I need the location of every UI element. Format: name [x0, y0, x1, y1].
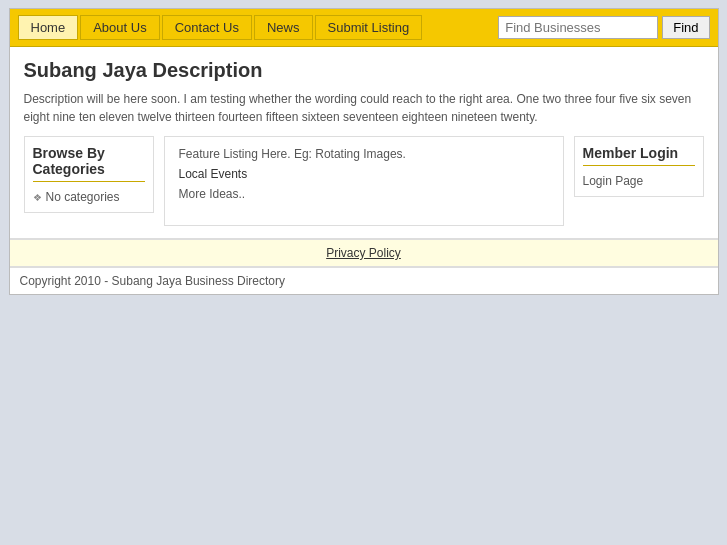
login-link[interactable]: Login Page [583, 174, 695, 188]
search-button[interactable]: Find [662, 16, 709, 39]
member-title: Member Login [583, 145, 695, 166]
nav-contact[interactable]: Contact Us [162, 15, 252, 40]
copyright-bar: Copyright 2010 - Subang Jaya Business Di… [10, 267, 718, 294]
feature-item-0: Feature Listing Here. Eg: Rotating Image… [179, 147, 549, 161]
navbar: Home About Us Contact Us News Submit Lis… [10, 9, 718, 47]
nav-submit[interactable]: Submit Listing [315, 15, 423, 40]
no-categories: No categories [33, 190, 145, 204]
nav-news[interactable]: News [254, 15, 313, 40]
browse-title: Browse By Categories [33, 145, 145, 182]
privacy-bar: Privacy Policy [10, 239, 718, 267]
search-input[interactable] [498, 16, 658, 39]
member-col: Member Login Login Page [574, 136, 704, 197]
privacy-policy-link[interactable]: Privacy Policy [326, 246, 401, 260]
feature-item-2: More Ideas.. [179, 187, 549, 201]
nav-home[interactable]: Home [18, 15, 79, 40]
browse-col: Browse By Categories No categories [24, 136, 154, 213]
nav-about[interactable]: About Us [80, 15, 159, 40]
three-col: Browse By Categories No categories Featu… [24, 136, 704, 226]
page-wrapper: Home About Us Contact Us News Submit Lis… [9, 8, 719, 295]
search-area: Find [498, 16, 709, 39]
feature-col: Feature Listing Here. Eg: Rotating Image… [164, 136, 564, 226]
site-title: Subang Jaya Description [24, 59, 704, 82]
content-area: Subang Jaya Description Description will… [10, 47, 718, 239]
feature-item-1[interactable]: Local Events [179, 167, 549, 181]
site-description: Description will be here soon. I am test… [24, 90, 704, 126]
